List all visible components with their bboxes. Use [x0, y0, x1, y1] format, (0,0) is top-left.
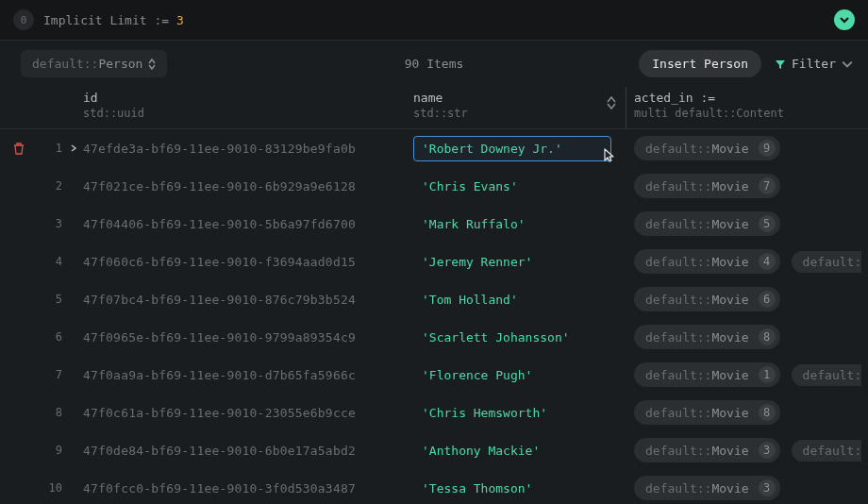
name-value[interactable]: 'Anthony Mackie' [413, 438, 548, 463]
acted-in-cell[interactable]: default::Movie5 [626, 211, 868, 236]
name-cell[interactable]: 'Tessa Thomson' [413, 476, 626, 501]
column-header-id[interactable]: id std::uuid [83, 91, 413, 121]
name-cell[interactable]: 'Jeremy Renner' [413, 249, 626, 275]
link-pill[interactable]: default: [792, 364, 862, 386]
table-row[interactable]: 247f021ce-bf69-11ee-9010-6b929a9e6128'Ch… [0, 167, 868, 205]
row-gutter [0, 142, 38, 155]
table-row[interactable]: 347f04406-bf69-11ee-9010-5b6a97fd6700'Ma… [0, 205, 868, 243]
column-header-acted-in[interactable]: acted_in := multi default::Content [634, 91, 868, 121]
name-cell[interactable]: 'Scarlett Johansson' [413, 325, 626, 350]
acted-in-cell[interactable]: default::Movie4default: [626, 249, 868, 274]
count-badge: 7 [759, 177, 776, 194]
name-value[interactable]: 'Tessa Thomson' [413, 476, 541, 501]
link-pill[interactable]: default::Movie9 [634, 136, 780, 160]
id-cell[interactable]: 47f060c6-bf69-11ee-9010-f3694aad0d15 [83, 255, 413, 269]
type-select[interactable]: default::Person [21, 50, 167, 77]
acted-in-cell[interactable]: default::Movie3 [626, 476, 868, 500]
acted-in-cell[interactable]: default::Movie8 [626, 400, 868, 425]
chevron-right-icon [70, 144, 77, 152]
row-number: 6 [38, 330, 64, 344]
link-pill[interactable]: default::Movie8 [634, 325, 780, 349]
name-cell[interactable]: 'Robert Downey Jr.' [413, 136, 626, 161]
table-row[interactable]: 1047f0fcc0-bf69-11ee-9010-3f0d530a3487'T… [0, 469, 868, 504]
acted-in-cell[interactable]: default::Movie3default: [626, 438, 868, 462]
table-row[interactable]: 547f07bc4-bf69-11ee-9010-876c79b3b524'To… [0, 280, 868, 318]
filter-button[interactable]: Filter [775, 57, 855, 71]
count-badge: 5 [759, 215, 776, 232]
name-value[interactable]: 'Chris Hemsworth' [413, 400, 556, 426]
name-value[interactable]: 'Scarlett Johansson' [413, 325, 578, 350]
id-cell[interactable]: 47f0de84-bf69-11ee-9010-6b0e17a5abd2 [83, 444, 413, 458]
limit-label: Implicit Limit := 3 [43, 13, 184, 27]
row-number: 1 [38, 142, 64, 155]
filter-icon [775, 59, 786, 70]
link-pill[interactable]: default::Movie3 [634, 438, 780, 462]
row-number: 5 [38, 293, 64, 306]
name-value[interactable]: 'Mark Ruffalo' [413, 211, 534, 237]
acted-in-cell[interactable]: default::Movie7 [626, 174, 868, 198]
link-pill[interactable]: default: [792, 251, 862, 273]
link-pill[interactable]: default::Movie7 [634, 174, 780, 198]
count-badge: 4 [759, 253, 776, 270]
row-expand[interactable] [64, 144, 83, 152]
row-number: 8 [38, 406, 64, 419]
count-badge: 9 [759, 140, 776, 157]
link-pill[interactable]: default::Movie3 [634, 476, 780, 500]
expand-down-button[interactable] [834, 9, 855, 30]
id-cell[interactable]: 47f07bc4-bf69-11ee-9010-876c79b3b524 [83, 293, 413, 307]
row-number: 9 [38, 444, 64, 457]
column-header-name[interactable]: name std::str [413, 91, 626, 121]
table-row[interactable]: 647f0965e-bf69-11ee-9010-9799a89354c9'Sc… [0, 318, 868, 356]
data-rows: 147efde3a-bf69-11ee-9010-83129be9fa0b'Ro… [0, 129, 868, 504]
name-cell[interactable]: 'Florence Pugh' [413, 362, 626, 388]
name-cell[interactable]: 'Chris Hemsworth' [413, 400, 626, 426]
name-value[interactable]: 'Robert Downey Jr.' [413, 136, 611, 161]
column-headers: id std::uuid name std::str acted_in := m… [0, 87, 868, 129]
name-value[interactable]: 'Florence Pugh' [413, 362, 541, 388]
table-row[interactable]: 847f0c61a-bf69-11ee-9010-23055e6b9cce'Ch… [0, 394, 868, 431]
id-cell[interactable]: 47f0c61a-bf69-11ee-9010-23055e6b9cce [83, 406, 413, 420]
limit-group: 0 Implicit Limit := 3 [13, 9, 184, 30]
count-badge: 6 [759, 291, 776, 308]
id-cell[interactable]: 47f0fcc0-bf69-11ee-9010-3f0d530a3487 [83, 481, 413, 496]
link-pill[interactable]: default: [792, 440, 862, 462]
history-index-button[interactable]: 0 [13, 9, 34, 30]
cursor-icon [603, 147, 616, 165]
row-number: 10 [38, 481, 64, 495]
chevron-down-icon [842, 59, 853, 70]
data-toolbar: default::Person 90 Items Insert Person F… [0, 41, 868, 87]
name-value[interactable]: 'Tom Holland' [413, 287, 526, 312]
name-cell[interactable]: 'Chris Evans' [413, 174, 626, 199]
row-number: 3 [38, 217, 64, 230]
count-badge: 3 [759, 442, 776, 459]
table-row[interactable]: 147efde3a-bf69-11ee-9010-83129be9fa0b'Ro… [0, 129, 868, 167]
id-cell[interactable]: 47f0aa9a-bf69-11ee-9010-d7b65fa5966c [83, 368, 413, 382]
table-row[interactable]: 747f0aa9a-bf69-11ee-9010-d7b65fa5966c'Fl… [0, 356, 868, 394]
name-cell[interactable]: 'Tom Holland' [413, 287, 626, 312]
insert-button[interactable]: Insert Person [639, 50, 761, 77]
link-pill[interactable]: default::Movie5 [634, 211, 780, 236]
count-badge: 8 [759, 328, 776, 345]
name-cell[interactable]: 'Anthony Mackie' [413, 438, 626, 463]
query-top-bar: 0 Implicit Limit := 3 [0, 0, 868, 41]
acted-in-cell[interactable]: default::Movie1default: [626, 362, 868, 387]
link-pill[interactable]: default::Movie8 [634, 400, 780, 425]
link-pill[interactable]: default::Movie1 [634, 362, 780, 387]
link-pill[interactable]: default::Movie6 [634, 287, 780, 311]
name-value[interactable]: 'Jeremy Renner' [413, 249, 541, 275]
acted-in-cell[interactable]: default::Movie8 [626, 325, 868, 349]
row-number: 7 [38, 368, 64, 381]
id-cell[interactable]: 47f04406-bf69-11ee-9010-5b6a97fd6700 [83, 217, 413, 231]
table-row[interactable]: 947f0de84-bf69-11ee-9010-6b0e17a5abd2'An… [0, 431, 868, 469]
acted-in-cell[interactable]: default::Movie6 [626, 287, 868, 311]
id-cell[interactable]: 47efde3a-bf69-11ee-9010-83129be9fa0b [83, 142, 413, 156]
name-cell[interactable]: 'Mark Ruffalo' [413, 211, 626, 237]
acted-in-cell[interactable]: default::Movie9 [626, 136, 868, 160]
delete-icon[interactable] [12, 142, 25, 155]
id-cell[interactable]: 47f0965e-bf69-11ee-9010-9799a89354c9 [83, 330, 413, 344]
name-value[interactable]: 'Chris Evans' [413, 174, 526, 199]
id-cell[interactable]: 47f021ce-bf69-11ee-9010-6b929a9e6128 [83, 179, 413, 193]
link-pill[interactable]: default::Movie4 [634, 249, 780, 274]
table-row[interactable]: 447f060c6-bf69-11ee-9010-f3694aad0d15'Je… [0, 243, 868, 280]
sort-handle-icon[interactable] [607, 96, 616, 109]
